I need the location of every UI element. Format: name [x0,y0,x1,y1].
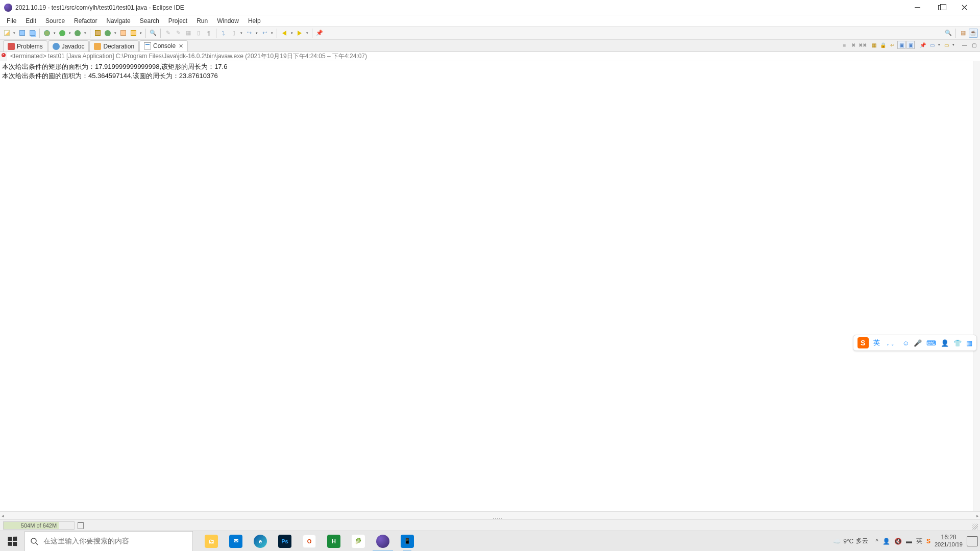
tab-javadoc[interactable]: Javadoc [48,40,89,52]
run-dropdown[interactable]: ▾ [68,29,72,38]
tray-ime-indicator[interactable]: 英 [916,537,922,545]
tray-battery-icon[interactable]: ▬ [906,538,912,545]
pin-console-button[interactable]: 📌 [919,41,927,49]
step-over-button[interactable]: ▯ [229,29,238,38]
tab-declaration[interactable]: Declaration [89,40,139,52]
format-button[interactable]: ▦ [184,29,193,38]
scroll-lock-button[interactable]: 🔒 [879,41,887,49]
menu-search[interactable]: Search [135,16,164,26]
scroll-left-icon[interactable]: ◂ [0,513,5,518]
tray-chevron-icon[interactable]: ^ [875,538,878,545]
menu-edit[interactable]: Edit [21,16,41,26]
back-dropdown[interactable]: ▾ [290,29,294,38]
ime-toolbox-icon[interactable]: ▦ [966,339,972,347]
toggle-comment-button[interactable]: ✎ [163,29,173,38]
next-dropdown[interactable]: ▾ [270,29,274,38]
close-button[interactable] [952,0,976,15]
taskbar-mail[interactable]: ✉ [224,531,248,552]
maximize-button[interactable] [929,0,952,15]
scroll-right-icon[interactable]: ▸ [975,513,980,518]
new-class-dropdown[interactable]: ▾ [113,29,117,38]
heap-status[interactable]: 504M of 642M [3,521,75,530]
sogou-icon[interactable]: S [857,337,869,348]
display-console-dropdown[interactable]: ▾ [937,41,941,49]
word-wrap-button[interactable]: ↩ [888,41,896,49]
coverage-button[interactable] [73,29,82,38]
remove-all-button[interactable]: ✖✖ [859,41,867,49]
back-button[interactable] [280,29,289,38]
ime-punct[interactable]: ，。 [885,338,898,347]
step-button[interactable]: ⤵ [219,29,228,38]
new-package-button[interactable] [93,29,102,38]
skip-button[interactable]: ↪ [244,29,254,38]
tray-sogou-icon[interactable]: S [926,538,930,545]
tray-clock[interactable]: 16:28 2021/10/19 [935,534,963,548]
tray-people-icon[interactable]: 👤 [883,538,890,545]
sash-handle[interactable] [490,518,505,521]
forward-button[interactable] [295,29,304,38]
mark-button[interactable]: ▯ [194,29,203,38]
taskbar-app-green[interactable]: 🥬 [346,531,371,552]
overview-ruler[interactable] [973,61,980,511]
menu-run[interactable]: Run [192,16,212,26]
menu-refactor[interactable]: Refactor [69,16,102,26]
coverage-dropdown[interactable]: ▾ [83,29,87,38]
resize-grip[interactable] [972,523,978,530]
minimize-button[interactable] [905,0,929,15]
menu-navigate[interactable]: Navigate [102,16,135,26]
taskbar-phone-link[interactable]: 📱 [395,531,420,552]
debug-button[interactable] [42,29,52,38]
open-console-dropdown[interactable]: ▾ [951,41,955,49]
run-button[interactable] [58,29,67,38]
terminate-button[interactable]: ■ [840,41,848,49]
taskbar-edge[interactable]: e [248,531,273,552]
taskbar-eclipse[interactable] [371,531,395,552]
tray-volume-icon[interactable]: 🔇 [894,538,902,545]
show-standard-out-button[interactable]: ▣ [906,41,915,49]
skip-dropdown[interactable]: ▾ [255,29,259,38]
taskbar-photoshop[interactable]: Ps [273,531,297,552]
new-class-button[interactable] [103,29,112,38]
ime-skin-icon[interactable]: 👕 [953,339,962,347]
new-folder-button[interactable] [118,29,128,38]
pin-editor-button[interactable]: 📌 [315,29,324,38]
ime-user-icon[interactable]: 👤 [941,339,949,347]
forward-dropdown[interactable]: ▾ [305,29,309,38]
remove-launch-button[interactable]: ✖ [849,41,857,49]
console-output[interactable]: 本次给出条件的矩形的面积为：17.919999999999998,该矩形的周长为… [0,61,973,511]
ime-lang[interactable]: 英 [873,338,880,347]
minimize-view-button[interactable]: — [961,41,969,49]
ime-keyboard-icon[interactable]: ⌨ [926,339,936,347]
pin-button[interactable]: ¶ [204,29,213,38]
ime-emoji-icon[interactable]: ☺ [902,339,909,347]
ime-toolbar[interactable]: S 英 ，。 ☺ 🎤 ⌨ 👤 👕 ▦ [853,335,977,351]
debug-dropdown[interactable]: ▾ [53,29,57,38]
save-button[interactable] [17,29,27,38]
weather-widget[interactable]: ☁️ 9°C 多云 [833,537,868,545]
toggle-block-button[interactable]: ✎ [174,29,183,38]
maximize-view-button[interactable]: ▢ [970,41,978,49]
java-perspective-button[interactable]: ☕ [969,29,978,38]
show-console-button[interactable]: ▣ [897,41,905,49]
next-button[interactable]: ↩ [260,29,269,38]
tab-problems[interactable]: Problems [3,40,47,52]
close-tab-icon[interactable]: ✕ [179,43,183,49]
tab-console[interactable]: Console ✕ [139,40,188,52]
taskbar-explorer[interactable]: 🗂 [199,531,224,552]
open-perspective-button[interactable]: ▦ [959,29,968,38]
open-type-button[interactable] [129,29,138,38]
save-all-button[interactable] [28,29,37,38]
step-dropdown[interactable]: ▾ [239,29,243,38]
open-type-dropdown[interactable]: ▾ [139,29,143,38]
new-button[interactable] [2,29,11,38]
taskbar-search[interactable]: 在这里输入你要搜索的内容 [24,531,193,552]
menu-source[interactable]: Source [41,16,69,26]
clear-console-button[interactable]: ▦ [870,41,878,49]
taskbar-hbuilder[interactable]: H [322,531,346,552]
menu-file[interactable]: File [2,16,21,26]
search-toolbar-button[interactable]: 🔍 [149,29,158,38]
menu-window[interactable]: Window [212,16,243,26]
display-selected-console-button[interactable]: ▭ [928,41,936,49]
action-center-button[interactable] [967,536,978,546]
menu-help[interactable]: Help [243,16,265,26]
